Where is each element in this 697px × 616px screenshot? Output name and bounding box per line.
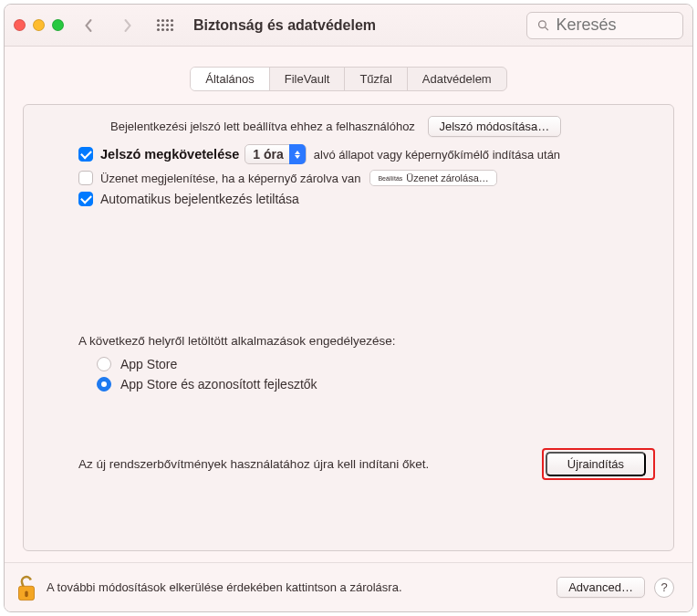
search-input[interactable] [556,16,673,35]
forward-button[interactable] [120,17,133,34]
require-password-label: Jelszó megkövetelése [100,147,239,162]
tab-general[interactable]: Általános [191,68,269,90]
disable-auto-login-checkbox[interactable] [78,192,93,206]
back-button[interactable] [82,17,95,34]
chevron-updown-icon [289,144,306,164]
restart-button[interactable]: Újraindítás [546,452,646,476]
svg-line-1 [545,26,548,30]
require-password-delay-select[interactable]: 1 óra [244,144,306,164]
extensions-message: Az új rendszerbővítmények használatához … [78,457,429,471]
window-controls [14,19,64,31]
allow-apps-title: A következő helyről letöltött alkalmazás… [78,334,646,348]
svg-point-0 [539,20,546,27]
search-field[interactable] [526,12,683,39]
require-password-checkbox[interactable] [78,147,93,162]
tab-privacy[interactable]: Adatvédelem [408,68,506,90]
radio-identified-developers[interactable] [97,377,111,392]
login-password-label: Bejelentkezési jelszó lett beállítva ehh… [110,120,415,133]
prefs-window: Biztonság és adatvédelem Általános FileV… [4,4,693,612]
zoom-window-button[interactable] [52,19,64,31]
radio-appstore[interactable] [97,357,111,371]
disable-auto-login-label: Automatikus bejelentkezés letiltása [100,192,299,206]
change-password-button[interactable]: Jelszó módosítása… [428,116,562,137]
lock-open-icon[interactable] [14,572,39,603]
titlebar: Biztonság és adatvédelem [5,5,692,47]
set-lock-message-button[interactable]: Beállítás Üzenet zárolása… [369,170,496,186]
window-title: Biztonság és adatvédelem [193,17,376,34]
tab-bar: Általános FileVault Tűzfal Adatvédelem [5,67,692,91]
general-panel: Bejelentkezési jelszó lett beállítva ehh… [23,104,674,551]
show-all-icon[interactable] [157,19,173,31]
svg-rect-3 [25,590,27,597]
radio-appstore-label: App Store [120,357,177,371]
footer-bar: A további módosítások elkerülése érdekéb… [5,562,692,611]
lock-hint-text: A további módosítások elkerülése érdekéb… [47,580,402,594]
require-password-suffix: alvó állapot vagy képernyőkímélő indítás… [314,148,560,162]
tab-firewall[interactable]: Tűzfal [345,68,407,90]
search-icon [536,17,550,34]
advanced-button[interactable]: Advanced… [557,577,645,598]
radio-identified-label: App Store és azonosított fejlesztők [120,377,317,392]
help-button[interactable]: ? [654,578,674,598]
show-lock-message-checkbox[interactable] [78,171,93,185]
tab-filevault[interactable]: FileVault [270,68,346,90]
minimize-window-button[interactable] [33,19,45,31]
restart-highlight: Újraindítás [542,448,655,480]
show-lock-message-label: Üzenet megjelenítése, ha a képernyő záro… [100,172,360,185]
close-window-button[interactable] [14,19,26,31]
